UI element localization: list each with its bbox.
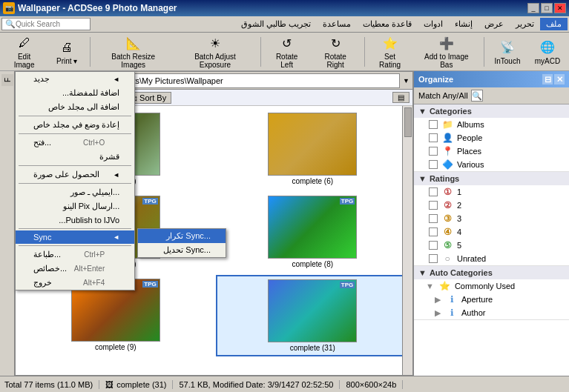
org-item-aperture[interactable]: ▶ ℹ Aperture [414,293,569,306]
organize-search-button[interactable]: 🔍 [471,90,483,102]
people-checkbox[interactable] [429,133,438,142]
content-area: 📁 ▼ ▼ Filter By ▼ Group By ↕ Sort By [15,71,569,376]
sidebar-tab[interactable]: F [1,74,13,86]
menu-help[interactable]: مساعدة [317,18,357,30]
menu-item-add-folder[interactable]: اضافة الى مجلد خاص [16,100,134,114]
places-checkbox[interactable] [429,147,438,156]
menu-database[interactable]: قاعدة معطيات [357,18,418,30]
menu-item-shell[interactable]: قشرة [16,150,134,164]
various-label: Various [457,160,484,169]
print-button[interactable]: 🖨 Print ▾ [48,36,85,67]
sync-submenu-item-1[interactable]: ...Sync تكرار [138,229,226,243]
menu-item-sync[interactable]: ◄ Sync [16,230,134,244]
auto-categories-header[interactable]: ▼ Auto Categories [414,266,569,279]
org-item-places[interactable]: 📍 Places [414,144,569,158]
menu-experiment[interactable]: تجريب طالبي الشوق [235,18,317,30]
org-item-rating-3[interactable]: ③ 3 [414,212,569,225]
org-item-rating-4[interactable]: ④ 4 [414,225,569,239]
maximize-button[interactable]: □ [541,3,553,13]
rating1-checkbox[interactable] [429,187,438,196]
thumbnail-item[interactable]: TPG complete (8) [216,192,410,272]
view-toggle-button[interactable]: ▤ [392,92,410,103]
intouch-button[interactable]: 📡 InTouch [489,36,526,67]
menu-item-move-folder[interactable]: إعادة وضع في مجلد خاص [16,118,134,132]
categories-header[interactable]: ▼ Categories [414,104,569,118]
thumbnail-tag: TPG [142,198,157,205]
aperture-icon: ℹ [447,294,457,305]
rotate-left-icon: ↺ [278,34,296,52]
author-icon: ℹ [447,308,457,318]
myacd-button[interactable]: 🌐 myACD [529,36,566,67]
people-icon: 👤 [442,133,453,143]
menu-item-new[interactable]: ◄ جديد [16,72,134,86]
menu-view[interactable]: عرض [478,18,510,30]
batch-adjust-button[interactable]: ☀ Batch Adjust Exposure [174,32,255,71]
set-rating-button[interactable]: ⭐ Set Rating [369,32,411,71]
thumbnail-image [268,113,357,176]
aperture-label: Aperture [461,295,493,304]
org-item-people[interactable]: 👤 People [414,131,569,144]
rotate-left-button[interactable]: ↺ Rotate Left [266,32,309,71]
auto-categories-label: Auto Categories [430,268,493,277]
menu-create[interactable]: إنشاء [449,18,478,30]
unrated-checkbox[interactable] [429,254,438,263]
rating4-checkbox[interactable] [429,227,438,236]
org-item-commonly-used[interactable]: ▼ ⭐ Commonly Used [414,279,569,293]
collapse-icon: ▼ [418,107,427,116]
batch-resize-button[interactable]: 📐 Batch Resize Images [95,32,171,71]
close-button[interactable]: ✕ [554,3,566,13]
rotate-right-button[interactable]: ↻ Rotate Right [312,32,360,71]
org-item-various[interactable]: 🔷 Various [414,158,569,171]
rating3-checkbox[interactable] [429,214,438,223]
menu-item-print[interactable]: Ctrl+P ...طباعة [16,248,134,262]
menu-tools[interactable]: ادوات [418,18,449,30]
ratings-header[interactable]: ▼ Ratings [414,172,569,185]
org-item-rating-5[interactable]: ⑤ 5 [414,239,569,252]
quick-search-box: 🔍 [1,18,91,30]
scrollbar[interactable] [402,106,412,375]
minimize-button[interactable]: _ [527,3,539,13]
menu-item-add-fav[interactable]: اضافة للمفضلة... [16,86,134,100]
menu-item-props[interactable]: Alt+Enter ...خصائص [16,262,134,276]
menu-item-add-fav-label: اضافة للمفضلة... [62,88,119,98]
org-item-albums[interactable]: 📁 Albums [414,118,569,131]
menu-item-pix[interactable]: ...ارسال Pix الينو [16,199,134,213]
menu-item-shell-label: قشرة [99,152,119,162]
thumbnail-item[interactable]: complete (6) [216,109,410,189]
menu-item-get-image[interactable]: ◄ الحصول على صورة [16,167,134,182]
menu-item-exit[interactable]: Alt+F4 خروج [16,276,134,290]
menu-item-open[interactable]: Ctrl+O ...فتح [16,136,134,150]
organize-detach-button[interactable]: ⊟ [542,74,553,84]
sync-submenu-item-2[interactable]: ...Sync تحديل [138,243,226,257]
menu-edit[interactable]: تحرير [510,18,540,30]
various-icon: 🔷 [442,159,453,170]
menu-bar-right: 🔍 [1,18,91,30]
thumbnail-item[interactable]: TPG complete (31) [216,275,410,356]
window-controls[interactable]: _ □ ✕ [527,3,566,13]
menu-item-email[interactable]: ...ايميلي ـ صور [16,185,134,199]
intouch-icon: 📡 [499,39,516,56]
unrated-icon: ○ [442,253,453,264]
org-item-rating-1[interactable]: ① 1 [414,185,569,199]
thumbnail-tag: TPG [142,281,157,288]
thumbnail-label: complete (8) [292,260,333,268]
menu-item-pix-label: ...ارسال Pix الينو [63,202,120,211]
albums-checkbox[interactable] [429,120,438,129]
add-image-label: Add to Image Bas [418,53,476,69]
rating2-checkbox[interactable] [429,201,438,210]
thumbnail-image: TPG [268,279,357,342]
rating5-checkbox[interactable] [429,241,438,250]
edit-image-button[interactable]: 🖊 Edit Image [3,32,45,71]
org-item-rating-2[interactable]: ② 2 [414,199,569,212]
rotate-right-label: Rotate Right [315,53,356,69]
organize-close-button[interactable]: ✕ [554,74,565,84]
add-image-button[interactable]: ➕ Add to Image Bas [414,32,479,71]
menu-item-publish[interactable]: Publish to IJVo... [16,213,134,227]
quick-search-input[interactable] [16,20,82,28]
org-item-unrated[interactable]: ○ Unrated [414,252,569,265]
org-item-author[interactable]: ▶ ℹ Author [414,306,569,319]
menu-file[interactable]: ملف [540,18,568,30]
window-title: Wallpaper - ACDSee 9 Photo Manager [18,3,177,13]
edit-image-label: Edit Image [7,53,42,69]
various-checkbox[interactable] [429,160,438,169]
